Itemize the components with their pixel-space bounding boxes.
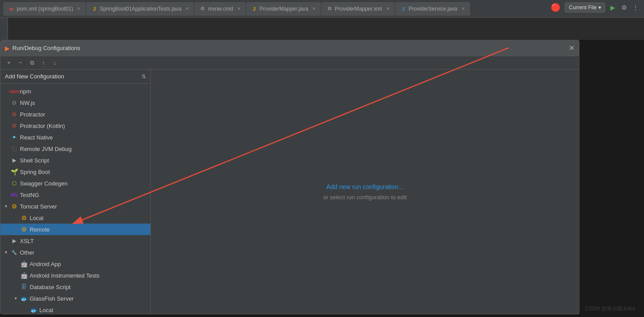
tree-item-nwjs[interactable]: ⊙ NW.js xyxy=(0,97,150,108)
tree-item-android-instrumented[interactable]: 🤖 Android Instrumented Tests xyxy=(0,270,150,281)
dialog-overlay: ▶ Run/Debug Configurations ✕ + − ⧉ ↑ ↓ A… xyxy=(0,40,644,317)
add-new-run-config-link[interactable]: Add new run configuration... xyxy=(326,183,403,190)
remote-jvm-icon: ⬛ xyxy=(11,145,18,152)
service-icon: J xyxy=(400,6,406,12)
left-panel-header: Add New Configuration ⇅ xyxy=(0,70,150,84)
xslt-label: XSLT xyxy=(20,238,34,244)
top-right-controls: 🔴 Current File ▾ ▶ ⚙ ⋮ xyxy=(551,3,640,12)
tree-item-database-script[interactable]: 🗄 Database Script xyxy=(0,281,150,293)
tree-item-shell-script[interactable]: ▶ Shell Script xyxy=(0,155,150,166)
android-app-icon: 🤖 xyxy=(20,260,27,267)
current-file-button[interactable]: Current File ▾ xyxy=(565,3,605,12)
remove-config-button[interactable]: − xyxy=(15,58,25,68)
dialog-body: Add New Configuration ⇅ npm npm ⊙ NW.js xyxy=(0,70,579,314)
tree-item-glassfish-local[interactable]: 🐟 Local xyxy=(0,304,150,314)
protractor-kotlin-label: Protractor (Kotlin) xyxy=(20,123,65,129)
tree-item-remote-jvm[interactable]: ⬛ Remote JVM Debug xyxy=(0,143,150,155)
tab-springboot-test[interactable]: J SpringBoot01ApplicationTests.java ✕ xyxy=(86,2,194,15)
tab-pom-close[interactable]: ✕ xyxy=(77,6,80,11)
settings-button[interactable]: ⚙ xyxy=(619,3,629,12)
tab-mapper-java[interactable]: J ProviderMapper.java ✕ xyxy=(246,2,321,15)
shell-script-label: Shell Script xyxy=(20,157,49,164)
move-up-button[interactable]: ↑ xyxy=(38,58,48,68)
pom-icon: m xyxy=(8,6,15,12)
glassfish-local-icon: 🐟 xyxy=(30,306,37,313)
glassfish-expand: ▼ xyxy=(14,296,18,301)
android-app-label: Android App xyxy=(30,261,61,267)
tab-mapper-xml-label: ProviderMapper.xml xyxy=(335,6,382,12)
other-expand: ▼ xyxy=(4,250,8,255)
tab-mapper-xml-close[interactable]: ✕ xyxy=(386,6,390,11)
react-native-icon: ✦ xyxy=(11,134,18,141)
run-controls: ▶ ⚙ ⋮ xyxy=(608,3,640,12)
run-button[interactable]: ▶ xyxy=(608,3,617,12)
tree-item-swagger[interactable]: ⬡ Swagger Codegen xyxy=(0,178,150,189)
tomcat-expand: ▼ xyxy=(4,204,8,209)
spring-boot-label: Spring Boot xyxy=(20,169,50,175)
tree-item-spring-boot[interactable]: 🌱 Spring Boot xyxy=(0,166,150,178)
tree-item-protractor-kotlin[interactable]: ⊘ Protractor (Kotlin) xyxy=(0,120,150,131)
dialog-close-button[interactable]: ✕ xyxy=(569,44,575,52)
tomcat-remote-icon: ⚙ xyxy=(20,226,27,233)
mapper-xml-icon: ⚙ xyxy=(326,6,333,12)
tree-item-other-section[interactable]: ▼ 🔧 Other xyxy=(0,247,150,258)
shell-script-icon: ▶ xyxy=(11,157,18,164)
testng-label: TestNG xyxy=(20,192,39,198)
dialog-title: Run/Debug Configurations xyxy=(12,45,80,51)
mapper-java-icon: J xyxy=(251,6,257,12)
tree-item-tomcat-remote[interactable]: ⚙ Remote xyxy=(0,224,150,235)
testng-icon: NG xyxy=(11,191,18,198)
tomcat-server-icon: ⚙ xyxy=(11,203,18,210)
tree-item-testng[interactable]: NG TestNG xyxy=(0,189,150,201)
left-panel: Add New Configuration ⇅ npm npm ⊙ NW.js xyxy=(0,70,151,314)
current-file-label: Current File xyxy=(569,4,597,11)
tab-mapper-java-close[interactable]: ✕ xyxy=(312,6,316,11)
top-bar: m pom.xml (springBoot01) ✕ J SpringBoot0… xyxy=(0,0,644,18)
tab-mapper-xml[interactable]: ⚙ ProviderMapper.xml ✕ xyxy=(322,2,395,15)
npm-icon: npm xyxy=(11,88,18,95)
move-down-button[interactable]: ↓ xyxy=(50,58,60,68)
tree-item-glassfish[interactable]: ▼ 🐟 GlassFish Server xyxy=(0,293,150,304)
tab-service[interactable]: J ProviderService.java ✕ xyxy=(395,2,470,15)
add-new-config-title: Add New Configuration xyxy=(5,73,64,80)
copy-config-button[interactable]: ⧉ xyxy=(27,58,37,68)
tab-mvnw[interactable]: ⚙ mvnw.cmd ✕ xyxy=(195,2,245,15)
glassfish-local-label: Local xyxy=(39,307,53,313)
npm-label: npm xyxy=(20,88,31,95)
tomcat-local-icon: ⚙ xyxy=(20,214,27,221)
more-button[interactable]: ⋮ xyxy=(631,3,640,12)
tab-pom-label: pom.xml (springBoot01) xyxy=(17,6,73,12)
select-config-text: or select run configuration to edit xyxy=(323,194,407,201)
tomcat-remote-label: Remote xyxy=(30,226,50,233)
tab-springboot-close[interactable]: ✕ xyxy=(185,6,189,11)
android-instrumented-label: Android Instrumented Tests xyxy=(30,272,100,279)
add-config-button[interactable]: + xyxy=(4,58,14,68)
tree-item-tomcat-local[interactable]: ⚙ Local xyxy=(0,212,150,224)
tree-item-android-app[interactable]: 🤖 Android App xyxy=(0,258,150,270)
tab-mvnw-close[interactable]: ✕ xyxy=(237,6,241,11)
run-debug-dialog: ▶ Run/Debug Configurations ✕ + − ⧉ ↑ ↓ A… xyxy=(0,40,579,314)
database-script-label: Database Script xyxy=(30,284,71,290)
tree-item-tomcat-server[interactable]: ▼ ⚙ Tomcat Server xyxy=(0,201,150,212)
tab-mapper-java-label: ProviderMapper.java xyxy=(260,6,308,12)
sort-icon[interactable]: ⇅ xyxy=(142,73,146,80)
springboot-test-icon: J xyxy=(91,6,97,12)
other-section-icon: 🔧 xyxy=(11,249,18,256)
tab-service-close[interactable]: ✕ xyxy=(461,6,465,11)
tree-item-react-native[interactable]: ✦ React Native xyxy=(0,131,150,143)
nwjs-label: NW.js xyxy=(20,100,35,106)
protractor-icon: ⊘ xyxy=(11,111,18,118)
tab-mvnw-label: mvnw.cmd xyxy=(208,6,233,12)
tree-item-npm[interactable]: npm npm xyxy=(0,85,150,97)
arrow-target-icon: 🔴 xyxy=(551,3,560,12)
config-tree-list: npm npm ⊙ NW.js ⊘ Protractor xyxy=(0,84,150,314)
glassfish-icon: 🐟 xyxy=(20,295,27,302)
react-native-label: React Native xyxy=(20,134,53,141)
tree-item-xslt[interactable]: ▶ XSLT xyxy=(0,235,150,247)
swagger-icon: ⬡ xyxy=(11,180,18,187)
protractor-label: Protractor xyxy=(20,111,45,118)
swagger-label: Swagger Codegen xyxy=(20,180,68,187)
tab-pom[interactable]: m pom.xml (springBoot01) ✕ xyxy=(4,2,85,15)
database-script-icon: 🗄 xyxy=(20,283,27,290)
tree-item-protractor[interactable]: ⊘ Protractor xyxy=(0,108,150,120)
